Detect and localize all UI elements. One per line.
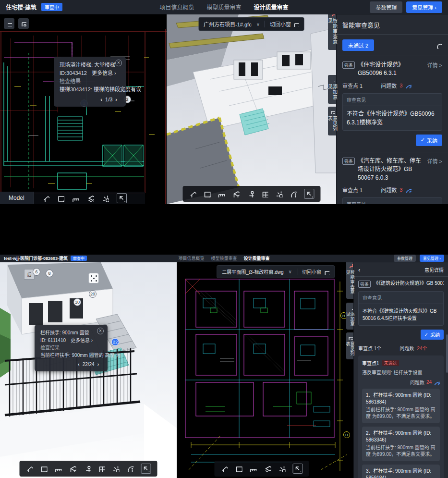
failed-filter-button[interactable]: 未通过 2	[342, 39, 374, 51]
tab-project-info[interactable]: 项目信息概览	[178, 255, 204, 261]
issue-marker[interactable]: 10	[73, 298, 81, 306]
info-icon[interactable]	[127, 465, 134, 472]
search-icon[interactable]	[435, 42, 442, 49]
review-rule-item: 强条 《住宅设计规范》GB50096 6.3.1 详情 > 审查点 1 问题数 …	[342, 56, 442, 152]
home-icon[interactable]	[189, 190, 196, 197]
opinion-manage-button[interactable]: 意见管理 ›	[406, 1, 442, 13]
zoom-select-icon[interactable]	[40, 465, 48, 472]
dice-view-widget[interactable]	[88, 273, 99, 283]
tab-design-quality[interactable]: 设计质量审查	[244, 255, 270, 261]
settings-gear-icon[interactable]	[278, 465, 285, 472]
check-icon: ✓	[424, 332, 428, 337]
more-info-link[interactable]: 更多信息 ›	[92, 70, 116, 76]
component-list-icon[interactable]	[261, 190, 268, 197]
panel-title: 意见详情	[424, 266, 444, 273]
home-icon[interactable]	[26, 465, 33, 472]
mandatory-badge: 强条	[342, 61, 355, 69]
scrollbar[interactable]	[446, 334, 448, 373]
measure-icon[interactable]	[218, 190, 225, 197]
drawing-list-button[interactable]	[18, 18, 29, 29]
zoom-select-icon[interactable]	[57, 195, 64, 202]
side-tab-opinion-list[interactable]: 意见列表	[328, 107, 336, 135]
review-rule-item: 强条 《汽车库、修车库、停车场设计防火规范》GB 50067 6.0.3 详情 …	[342, 152, 442, 204]
fullscreen-icon[interactable]	[117, 193, 127, 203]
model-3d-render	[167, 14, 336, 204]
side-tab-opinion-list[interactable]: 意见列表	[346, 332, 353, 359]
param-manage-button[interactable]: 参数管理	[370, 1, 402, 13]
tooltip-element: 现场浇注楼梯: 大堂楼梯	[60, 61, 120, 69]
model-tab[interactable]: Model	[0, 192, 34, 204]
close-icon[interactable]: ×	[115, 60, 122, 66]
prev-page-icon[interactable]: ‹	[100, 97, 102, 102]
tab-model-quality[interactable]: 模型质量审查	[206, 3, 241, 11]
grid-bubble-label: H	[343, 431, 350, 438]
next-page-icon[interactable]: ›	[115, 97, 117, 102]
opinion-detail-panel: ‹ 意见详情 强条 《《建筑设计防火规范》》GB 50016 6.4.5 审查意…	[353, 262, 448, 478]
more-info-link[interactable]: 更多信息 ›	[71, 338, 93, 343]
measure-icon[interactable]	[72, 195, 79, 202]
info-icon[interactable]	[290, 190, 297, 197]
problem-card[interactable]: 2、栏杆扶手: 900mm 圆管 (ID: 5863346)当前栏杆扶手: 90…	[362, 427, 440, 461]
detail-link[interactable]: 详情 >	[427, 157, 442, 165]
issue-marker[interactable]: 6	[33, 268, 40, 276]
problem-card[interactable]: 3、栏杆扶手: 900mm 圆管 (ID: 5859184)当前栏杆扶手: 90…	[362, 465, 440, 478]
tab-model-quality[interactable]: 模型质量审查	[211, 255, 237, 261]
section-box-icon[interactable]	[69, 465, 76, 472]
opinion-manage-button[interactable]: 意见管理 ›	[420, 255, 444, 262]
back-icon[interactable]: ‹	[358, 266, 360, 273]
chevron-down-icon[interactable]: ∨	[289, 269, 292, 274]
side-tab-smart-review[interactable]: 智能审查意见	[346, 260, 353, 299]
layers-icon[interactable]	[264, 465, 271, 472]
problem-card[interactable]: 1、栏杆扶手: 900mm 圆管 (ID: 5861884)当前栏杆扶手: 90…	[362, 389, 440, 423]
accept-button[interactable]: ✓采纳	[421, 330, 444, 340]
model-toolbar	[182, 186, 320, 202]
layers-icon[interactable]	[87, 195, 94, 202]
switch-window-button[interactable]: 切回小窗	[302, 268, 329, 275]
measure-icon[interactable]	[55, 465, 62, 472]
close-icon[interactable]: ×	[97, 328, 104, 334]
issue-marker[interactable]: 22	[111, 338, 119, 346]
review-point: 审查点 1个	[358, 344, 381, 352]
issue-marker[interactable]: 8	[46, 270, 53, 277]
prev-page-icon[interactable]: ‹	[78, 362, 79, 367]
cad-viewport[interactable]: H H 二层平面图_t3-标改柱窗.dwg ∨ 切回小窗	[177, 262, 353, 478]
home-icon[interactable]	[42, 195, 49, 202]
param-manage-button[interactable]: 参数管理	[394, 255, 416, 262]
settings-gear-icon[interactable]	[102, 195, 109, 202]
tab-design-quality[interactable]: 设计质量审查	[254, 3, 289, 11]
eye-icon[interactable]	[405, 82, 412, 88]
switch-window-button[interactable]: 切回小窗	[270, 20, 299, 28]
cad-viewport[interactable]: × 现场浇注楼梯: 大堂楼梯 ID:3043412更多信息 › 检查结果 楼梯3…	[0, 14, 167, 204]
opinion-label: 审查意见	[343, 94, 442, 106]
rule-title: 《《建筑设计防火规范》》GB 50016 6.4.5	[374, 280, 444, 287]
fullscreen-icon[interactable]	[304, 189, 314, 199]
tooltip-pager: 22/24	[83, 362, 95, 367]
next-page-icon[interactable]: ›	[97, 362, 99, 367]
walkthrough-icon[interactable]	[246, 190, 254, 197]
fullscreen-icon[interactable]	[292, 464, 303, 474]
tab-project-info[interactable]: 项目信息概览	[159, 3, 194, 11]
measure-icon[interactable]	[249, 465, 256, 472]
issue-marker[interactable]: 20	[89, 290, 97, 298]
side-tab-smart-review[interactable]: 智能审查意见	[328, 9, 336, 50]
zoom-select-icon[interactable]	[203, 190, 210, 197]
layer-menu-button[interactable]	[4, 18, 14, 29]
settings-gear-icon[interactable]	[112, 465, 120, 472]
eye-icon[interactable]	[405, 186, 412, 193]
detail-link[interactable]: 详情 >	[427, 61, 442, 69]
component-list-icon[interactable]	[98, 465, 105, 472]
settings-gear-icon[interactable]	[275, 190, 282, 197]
side-tab-add-opinion[interactable]: 添加意见	[346, 303, 353, 330]
eye-icon[interactable]	[434, 379, 440, 385]
side-tab-add-opinion[interactable]: 添加意见	[328, 75, 336, 104]
home-icon[interactable]	[220, 465, 228, 472]
model-3d-viewport[interactable]: 广州方石项目-1#.gfc ∨ 切回小窗	[167, 14, 336, 204]
walkthrough-icon[interactable]	[84, 465, 91, 472]
section-box-icon[interactable]	[232, 190, 239, 197]
model-3d-viewport[interactable]: 后 6 8 20 10 22 × 栏杆扶手: 900mm 圆管 ID: 6111…	[0, 262, 177, 478]
fullscreen-icon[interactable]	[141, 464, 151, 474]
window-icon	[293, 21, 299, 27]
chevron-down-icon[interactable]: ∨	[256, 22, 260, 27]
zoom-select-icon[interactable]	[235, 465, 242, 472]
accept-button[interactable]: ✓采纳	[416, 135, 442, 146]
